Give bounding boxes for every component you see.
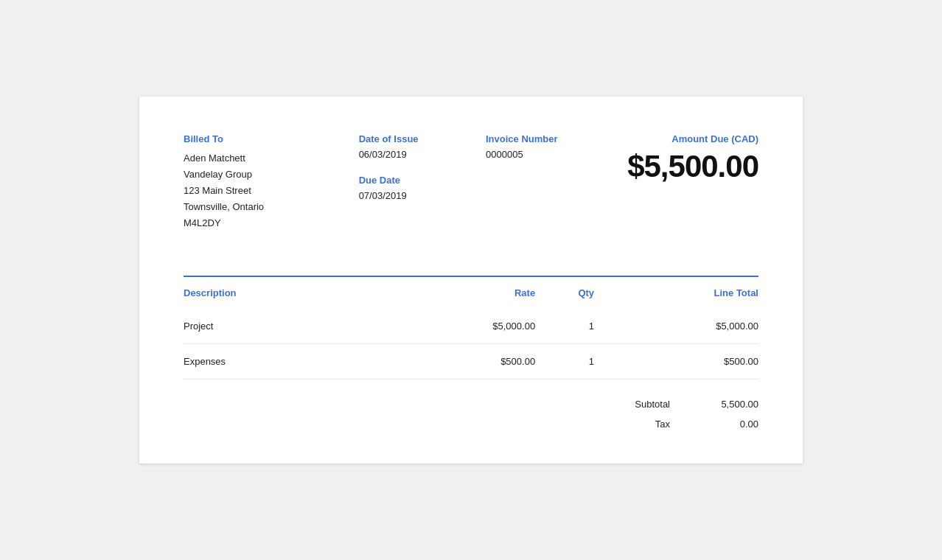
- col-header-description: Description: [184, 277, 378, 309]
- subtotal-value: 5,500.00: [692, 399, 758, 410]
- billed-to-label: Billed To: [184, 133, 344, 144]
- invoice-number-value: 0000005: [486, 149, 598, 160]
- billed-to-section: Billed To Aden Matchett Vandelay Group 1…: [184, 133, 344, 231]
- cell-rate: $500.00: [378, 344, 535, 379]
- invoice-number-section: Invoice Number 0000005: [471, 133, 598, 160]
- amount-due-value: $5,500.00: [598, 149, 758, 184]
- cell-line-total: $5,000.00: [594, 309, 758, 344]
- due-date-label: Due Date: [359, 175, 471, 186]
- address-line2: Townsville, Ontario: [184, 199, 344, 215]
- invoice-document: Billed To Aden Matchett Vandelay Group 1…: [139, 97, 803, 463]
- tax-row: Tax 0.00: [523, 414, 758, 434]
- date-of-issue-value: 06/03/2019: [359, 149, 471, 160]
- amount-due-label: Amount Due (CAD): [598, 133, 758, 144]
- table-row: Expenses$500.001$500.00: [184, 344, 758, 379]
- subtotal-row: Subtotal 5,500.00: [523, 394, 758, 414]
- dates-section: Date of Issue 06/03/2019 Due Date 07/03/…: [344, 133, 471, 216]
- company-name: Vandelay Group: [184, 167, 344, 183]
- cell-qty: 1: [535, 344, 594, 379]
- address-line1: 123 Main Street: [184, 183, 344, 199]
- tax-value: 0.00: [692, 419, 758, 430]
- subtotal-label: Subtotal: [523, 399, 692, 410]
- postal-code: M4L2DY: [184, 215, 344, 231]
- amount-due-section: Amount Due (CAD) $5,500.00: [598, 133, 758, 184]
- due-date-value: 07/03/2019: [359, 190, 471, 201]
- recipient-name: Aden Matchett: [184, 150, 344, 167]
- cell-line-total: $500.00: [594, 344, 758, 379]
- table-header-row: Description Rate Qty Line Total: [184, 277, 758, 309]
- date-of-issue-group: Date of Issue 06/03/2019: [359, 133, 471, 160]
- cell-description: Project: [184, 309, 378, 344]
- totals-section: Subtotal 5,500.00 Tax 0.00: [184, 394, 758, 434]
- tax-label: Tax: [523, 419, 692, 430]
- cell-rate: $5,000.00: [378, 309, 535, 344]
- date-of-issue-label: Date of Issue: [359, 133, 471, 144]
- cell-qty: 1: [535, 309, 594, 344]
- invoice-header: Billed To Aden Matchett Vandelay Group 1…: [184, 133, 758, 231]
- recipient-address: Aden Matchett Vandelay Group 123 Main St…: [184, 150, 344, 231]
- col-header-qty: Qty: [535, 277, 594, 309]
- col-header-rate: Rate: [378, 277, 535, 309]
- col-header-total: Line Total: [594, 277, 758, 309]
- invoice-number-label: Invoice Number: [486, 133, 598, 144]
- totals-table: Subtotal 5,500.00 Tax 0.00: [523, 394, 758, 434]
- due-date-group: Due Date 07/03/2019: [359, 175, 471, 201]
- line-items-table: Description Rate Qty Line Total Project$…: [184, 277, 758, 379]
- cell-description: Expenses: [184, 344, 378, 379]
- table-row: Project$5,000.001$5,000.00: [184, 309, 758, 344]
